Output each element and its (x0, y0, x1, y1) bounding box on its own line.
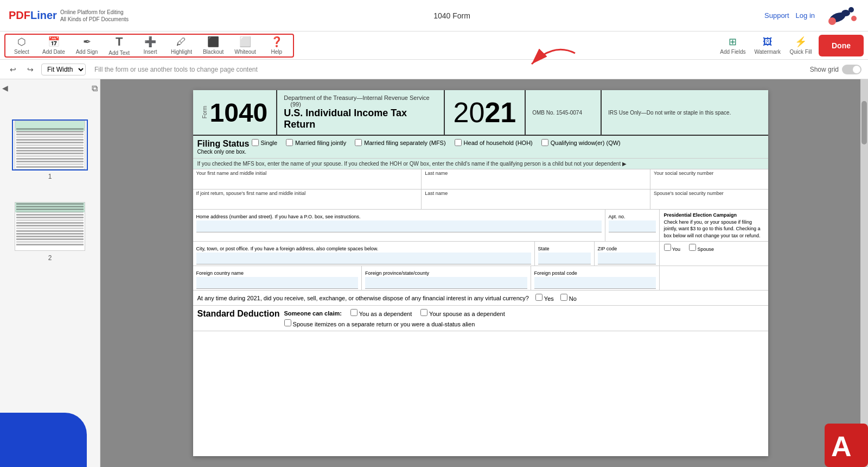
quick-fill-icon: ⚡ (795, 36, 807, 48)
city-input[interactable] (196, 253, 531, 264)
scrollbar[interactable] (860, 79, 868, 467)
undo-button[interactable]: ↩ (7, 64, 20, 75)
add-date-tool[interactable]: 📅 Add Date (40, 35, 67, 56)
address-input[interactable] (196, 220, 602, 232)
add-sign-tool[interactable]: ✒ Add Sign (74, 35, 100, 56)
spouse-itemizes-checkbox[interactable] (284, 319, 291, 326)
pdf-page: Form 1040 Department of the Treasury—Int… (193, 90, 768, 456)
ssn-input[interactable] (654, 176, 764, 188)
spouse-ssn-label: Spouse's social security number (654, 191, 764, 196)
scrollbar-thumb[interactable] (861, 101, 867, 144)
first-name-label: Your first name and middle initial (196, 171, 418, 176)
spouse-name-row: If joint return, spouse's first name and… (193, 190, 768, 210)
you-dependent-option[interactable]: You as a dependent (350, 309, 412, 317)
head-of-household-option[interactable]: Head of household (HOH) (455, 139, 533, 146)
you-pec-checkbox[interactable] (664, 244, 671, 251)
yes-label: Yes (544, 295, 554, 302)
pec-block: Presidential Election Campaign Check her… (660, 210, 768, 241)
add-text-tool[interactable]: T Add Text (106, 35, 132, 56)
no-option[interactable]: No (560, 294, 577, 302)
married-separately-checkbox[interactable] (355, 139, 362, 146)
help-tool[interactable]: ❓ Help (265, 35, 289, 56)
city-field: City, town, or post office. If you have … (193, 242, 535, 266)
whiteout-tool[interactable]: ⬜ Whiteout (232, 35, 258, 56)
foreign-country-input[interactable] (196, 277, 359, 289)
last-name-input[interactable] (425, 176, 647, 188)
spouse-first-name-input[interactable] (196, 196, 418, 208)
main-toolbar: ⬡ Select 📅 Add Date ✒ Add Sign T Add Tex… (0, 31, 868, 60)
foreign-postal-input[interactable] (534, 277, 656, 289)
apt-label: Apt. no. (609, 214, 626, 219)
select-tool[interactable]: ⬡ Select (10, 35, 34, 56)
foreign-province-field: Foreign province/state/county (362, 266, 531, 290)
single-option[interactable]: Single (252, 139, 278, 146)
page-1-thumbnail[interactable] (12, 119, 88, 171)
foreign-country-label: Foreign country name (196, 270, 244, 276)
grid-toggle[interactable] (842, 65, 861, 74)
spouse-last-name-input[interactable] (425, 196, 647, 208)
show-grid-label: Show grid (810, 66, 839, 73)
highlight-icon: 🖊 (176, 36, 186, 48)
you-dependent-checkbox[interactable] (350, 309, 358, 316)
spouse-first-name-label: If joint return, spouse's first name and… (196, 191, 418, 196)
grid-toggle-knob (853, 66, 860, 73)
pec-checkboxes: You Spouse (660, 242, 768, 266)
city-label: City, town, or post office. If you have … (196, 246, 379, 251)
state-input[interactable] (538, 253, 591, 264)
zoom-select[interactable]: Fit Width (41, 64, 86, 75)
name-row: Your first name and middle initial Last … (193, 169, 768, 190)
quick-fill-tool[interactable]: ⚡ Quick Fill (787, 35, 814, 56)
married-separately-option[interactable]: Married filing separately (MFS) (355, 139, 445, 146)
toolbar-right-group: ⊞ Add Fields 🖼 Watermark ⚡ Quick Fill Do… (718, 35, 864, 56)
married-jointly-checkbox[interactable] (286, 139, 293, 146)
single-label: Single (261, 140, 278, 146)
watermark-tool[interactable]: 🖼 Watermark (752, 35, 783, 56)
married-separately-label: Married filing separately (MFS) (364, 140, 445, 146)
form-number: 1040 (210, 98, 268, 128)
redo-button[interactable]: ↪ (24, 64, 37, 75)
qualifying-widow-option[interactable]: Qualifying widow(er) (QW) (541, 139, 621, 146)
spouse-dependent-option[interactable]: Your spouse as a dependent (420, 309, 505, 317)
page-1-number: 1 (48, 173, 52, 180)
sidebar: ◀ ⧉ 1 (0, 79, 100, 467)
spouse-pec-checkbox[interactable] (689, 244, 696, 251)
no-checkbox[interactable] (560, 294, 567, 301)
dept-text: Department of the Treasury—Internal Reve… (284, 94, 429, 101)
document-title: 1040 Form (139, 11, 764, 20)
form-middle: Department of the Treasury—Internal Reve… (277, 90, 444, 135)
hoh-checkbox[interactable] (455, 139, 462, 146)
qw-checkbox[interactable] (541, 139, 548, 146)
apt-input[interactable] (609, 220, 656, 232)
married-jointly-option[interactable]: Married filing jointly (286, 139, 346, 146)
currency-question: At any time during 2021, did you receive… (197, 295, 529, 301)
zip-input[interactable] (598, 253, 656, 264)
logo-tagline: Online Platform for Editing All Kinds of… (60, 9, 129, 23)
first-name-input[interactable] (196, 176, 418, 188)
check-only-label: Check only one box. (197, 149, 252, 155)
done-button[interactable]: Done (819, 35, 864, 56)
you-pec-option[interactable]: You (664, 244, 681, 252)
yes-option[interactable]: Yes (535, 294, 554, 302)
highlight-tool[interactable]: 🖊 Highlight (169, 35, 194, 56)
sidebar-collapse-button[interactable]: ◀ (2, 84, 8, 92)
yes-checkbox[interactable] (535, 294, 542, 301)
single-checkbox[interactable] (252, 139, 259, 146)
spouse-dependent-checkbox[interactable] (420, 309, 427, 316)
spouse-pec-option[interactable]: Spouse (689, 244, 714, 252)
add-fields-tool[interactable]: ⊞ Add Fields (718, 35, 748, 56)
blackout-tool[interactable]: ⬛ Blackout (201, 35, 226, 56)
watermark-icon: 🖼 (763, 36, 773, 48)
sidebar-copy-button[interactable]: ⧉ (92, 84, 98, 93)
login-link[interactable]: Log in (796, 11, 815, 20)
zip-field: ZIP code (595, 242, 660, 266)
spouse-itemizes-option[interactable]: Spouse itemizes on a separate return or … (284, 319, 475, 327)
spouse-ssn-field: Spouse's social security number (650, 190, 768, 209)
page-2-thumbnail[interactable] (12, 201, 88, 252)
filing-status-label: Filing Status (197, 139, 252, 149)
spouse-last-name-label: Last name (425, 191, 647, 196)
logo-line1: Online Platform for Editing (60, 9, 129, 16)
spouse-ssn-input[interactable] (654, 196, 764, 208)
foreign-province-input[interactable] (365, 277, 527, 289)
support-link[interactable]: Support (764, 11, 789, 20)
insert-tool[interactable]: ➕ Insert (138, 35, 162, 56)
